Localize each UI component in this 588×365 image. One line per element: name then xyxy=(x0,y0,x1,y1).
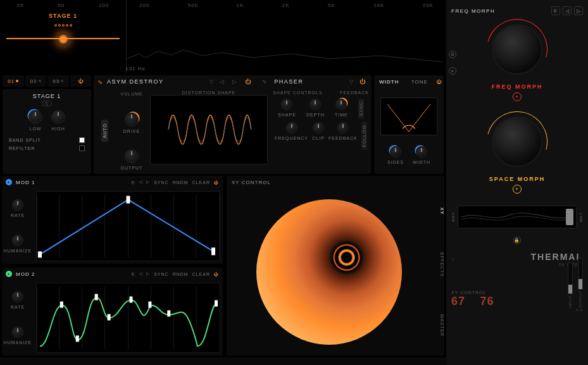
effects-tab[interactable]: EFFECTS xyxy=(432,249,444,281)
mod2-preset-icon[interactable]: ⎘ xyxy=(132,272,135,276)
spectrum-ticks-low: 2550100 xyxy=(0,3,126,8)
svg-rect-28 xyxy=(167,311,170,317)
input-meter xyxy=(568,263,573,294)
stage-tab-01[interactable]: 01 xyxy=(3,75,24,87)
svg-rect-22 xyxy=(60,302,63,308)
frequency-spectrum[interactable]: 2550100 STAGE 1 2005001K2K5K10K20K 131 H… xyxy=(0,0,446,73)
help-icon[interactable]: ? xyxy=(451,257,454,263)
lock-icon[interactable]: 🔒 xyxy=(513,237,521,244)
svg-rect-24 xyxy=(95,294,98,300)
distortion-panel: ∿ ASYM DESTROY ▽ ◁ ▷ ⏻ ∿ PHASER ▽ ⏻ AUTO… xyxy=(94,75,372,174)
mod1-sync-button[interactable]: SYNC xyxy=(154,180,168,185)
stage-tab-02[interactable]: 02 xyxy=(25,75,47,87)
xy-pad[interactable] xyxy=(256,199,402,345)
high-knob[interactable] xyxy=(51,110,65,124)
auto-tab[interactable]: AUTO xyxy=(101,120,108,142)
svg-rect-11 xyxy=(38,251,42,257)
stage-title: STAGE 1 xyxy=(33,93,61,99)
macro-panel: FREQ MORPH ⎘ ◁ ▷ ⊙ ≡ FREQ MORPH + SPACE … xyxy=(446,0,588,365)
distortion-type-icon: ∿ xyxy=(97,78,103,85)
stage-band-label: STAGE 1 xyxy=(49,13,77,19)
mod2-rndm-button[interactable]: RNDM xyxy=(173,272,189,276)
preset-prev-icon[interactable]: ◁ xyxy=(563,6,572,15)
mod1-curve-editor[interactable] xyxy=(36,191,220,261)
depth-knob[interactable] xyxy=(310,99,321,110)
space-morph-label: SPACE MORPH xyxy=(489,176,545,182)
band-split-checkbox[interactable] xyxy=(79,137,85,143)
space-morph-knob[interactable] xyxy=(492,116,542,167)
stage-tabs: 01 02 03 ⏻ xyxy=(3,75,91,87)
tone-tab[interactable]: TONE xyxy=(404,75,435,88)
distortion-title[interactable]: ASYM DESTROY xyxy=(107,78,164,85)
svg-line-1 xyxy=(409,104,430,132)
mod-1-lane: + MOD 1 ⎘ ◁ ▷ SYNC RNDM CLEAR ⏻ RATE xyxy=(2,176,223,264)
distortion-power-icon[interactable]: ⏻ xyxy=(243,78,253,85)
preset-browser-icon[interactable]: ⎘ xyxy=(551,6,560,15)
mod1-rndm-button[interactable]: RNDM xyxy=(173,180,189,185)
svg-rect-26 xyxy=(129,297,132,303)
width-knob[interactable] xyxy=(416,146,427,158)
prev-preset-icon[interactable]: ◁ xyxy=(218,78,227,85)
width-tab[interactable]: WIDTH xyxy=(374,75,404,88)
dry-wet-slider[interactable] xyxy=(458,206,577,228)
svg-rect-29 xyxy=(215,300,218,307)
follow-toggle[interactable]: FOLLOW xyxy=(361,122,367,150)
time-knob[interactable] xyxy=(335,99,347,110)
shape-knob[interactable] xyxy=(281,99,292,110)
svg-line-0 xyxy=(387,104,409,132)
stage-filter-panel: STAGE 1 S LOW HIGH BAND SPLIT REFILTER xyxy=(3,89,91,174)
mod1-humanize-knob[interactable] xyxy=(12,235,23,246)
chevron-down-icon[interactable]: ▽ xyxy=(210,79,214,85)
width-power-icon[interactable]: ⏻ xyxy=(435,75,444,88)
mod2-clear-button[interactable]: CLEAR xyxy=(192,272,210,276)
mod2-next-icon[interactable]: ▷ xyxy=(146,271,150,276)
master-tab[interactable]: MASTER xyxy=(432,311,444,340)
phaser-title[interactable]: PHASER xyxy=(274,78,303,85)
svg-rect-25 xyxy=(108,314,111,321)
sync-toggle[interactable]: SYNC xyxy=(358,99,364,118)
frequency-knob[interactable] xyxy=(286,122,297,133)
stage-power-icon[interactable]: ⏻ xyxy=(70,75,92,87)
mod1-power-icon[interactable]: ⏻ xyxy=(214,180,219,185)
solo-button[interactable]: S xyxy=(42,101,52,106)
mod1-prev-icon[interactable]: ◁ xyxy=(139,180,142,185)
mod1-rate-knob[interactable] xyxy=(12,199,23,211)
space-morph-add-button[interactable]: + xyxy=(513,185,522,194)
freq-morph-knob[interactable] xyxy=(492,24,542,75)
mod2-rate-knob[interactable] xyxy=(12,291,23,302)
stage-tab-03[interactable]: 03 xyxy=(47,75,69,87)
xy-x-value: 67 xyxy=(451,295,465,307)
product-name: THERMAL xyxy=(451,252,583,262)
mod2-curve-editor[interactable] xyxy=(36,283,220,353)
feedback-knob[interactable] xyxy=(337,122,349,133)
preset-next-icon[interactable]: ▷ xyxy=(574,6,583,15)
mod2-prev-icon[interactable]: ◁ xyxy=(139,271,142,276)
output-knob[interactable] xyxy=(125,149,139,163)
xy-y-value: 76 xyxy=(480,295,494,307)
preset-name[interactable]: FREQ MORPH xyxy=(451,8,495,14)
sides-knob[interactable] xyxy=(390,146,401,158)
mod2-sync-button[interactable]: SYNC xyxy=(154,272,168,276)
mod2-humanize-knob[interactable] xyxy=(12,326,23,338)
band-handle[interactable] xyxy=(57,33,70,46)
macro-sliders-icon[interactable]: ≡ xyxy=(449,67,456,75)
refilter-checkbox[interactable] xyxy=(79,145,85,151)
phaser-wave-icon: ∿ xyxy=(262,78,268,85)
mod2-power-icon[interactable]: ⏻ xyxy=(214,272,219,276)
next-preset-icon[interactable]: ▷ xyxy=(230,78,239,85)
freq-morph-add-button[interactable]: + xyxy=(513,92,522,101)
xy-tab[interactable]: XY xyxy=(432,204,444,218)
output-meter xyxy=(578,258,583,290)
macro-target-icon[interactable]: ⊙ xyxy=(449,51,456,58)
low-knob[interactable] xyxy=(28,110,42,124)
mod1-next-icon[interactable]: ▷ xyxy=(146,180,150,185)
drive-knob[interactable] xyxy=(125,113,139,127)
mod1-clear-button[interactable]: CLEAR xyxy=(192,180,210,185)
svg-rect-12 xyxy=(127,196,130,204)
clip-knob[interactable] xyxy=(313,122,324,133)
mod1-preset-icon[interactable]: ⎘ xyxy=(132,180,135,185)
freq-morph-label: FREQ MORPH xyxy=(491,84,542,90)
phaser-power-icon[interactable]: ⏻ xyxy=(358,78,368,85)
svg-rect-27 xyxy=(148,302,151,308)
phaser-chevron-down-icon[interactable]: ▽ xyxy=(349,79,354,85)
